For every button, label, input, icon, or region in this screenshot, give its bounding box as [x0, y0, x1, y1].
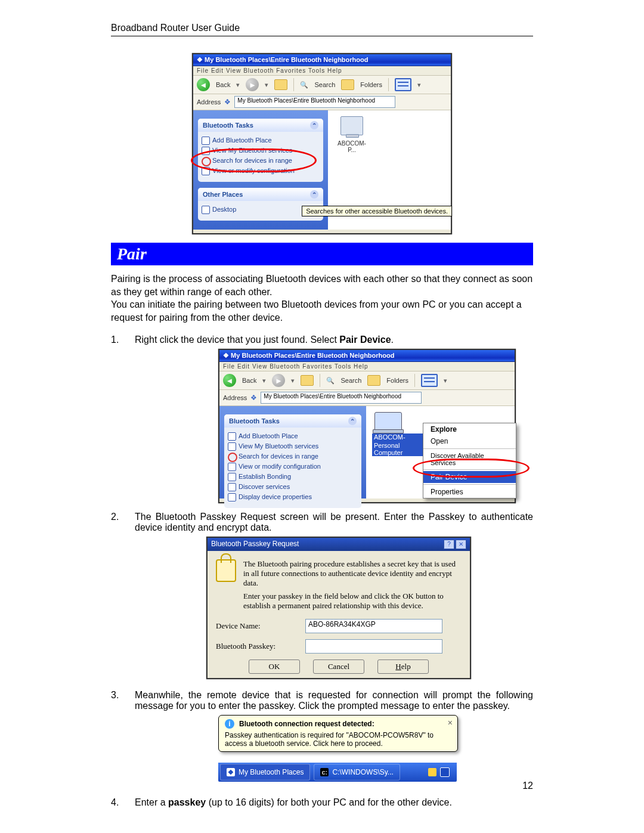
- window-title: ❖ My Bluetooth Places\Entire Bluetooth N…: [193, 54, 451, 66]
- sidebar-item-config[interactable]: View or modify configuration: [228, 462, 358, 472]
- cancel-button[interactable]: Cancel: [313, 659, 364, 674]
- balloon-text: Passkey authentication is required for "…: [225, 731, 451, 748]
- page-number: 12: [522, 781, 533, 791]
- bluetooth-tasks-panel: Bluetooth Tasks ⌃ Add Bluetooth Place Vi…: [224, 414, 361, 508]
- search-label: Search: [340, 377, 361, 384]
- bluetooth-icon: ❖: [227, 768, 235, 776]
- address-icon: ❖: [224, 98, 231, 106]
- search-label: Search: [314, 81, 335, 88]
- title-text: My Bluetooth Places\Entire Bluetooth Nei…: [205, 56, 368, 63]
- panel-header: Bluetooth Tasks: [203, 122, 253, 129]
- step-4: 4. Enter a passkey (up to 16 digits) for…: [111, 797, 533, 808]
- system-tray: [421, 767, 457, 777]
- taskbar-item-bluetooth[interactable]: ❖ My Bluetooth Places: [220, 764, 310, 781]
- device-icon[interactable]: [340, 116, 363, 135]
- step-number: 3.: [111, 690, 135, 711]
- address-field[interactable]: My Bluetooth Places\Entire Bluetooth Nei…: [261, 392, 422, 404]
- views-button[interactable]: [421, 374, 438, 387]
- title-text: Bluetooth Passkey Request: [211, 540, 299, 549]
- sidebar-item-view[interactable]: View My Bluetooth services: [202, 145, 320, 156]
- dialog-p1: The Bluetooth pairing procedure establis…: [243, 559, 462, 588]
- up-button[interactable]: [274, 79, 287, 90]
- close-icon[interactable]: ✕: [456, 540, 466, 549]
- lock-icon: [216, 559, 236, 582]
- up-button[interactable]: [301, 375, 314, 386]
- title-text: My Bluetooth Places\Entire Bluetooth Nei…: [231, 352, 394, 359]
- taskbar: ❖ My Bluetooth Places c: C:\WINDOWS\Sy..…: [218, 763, 457, 782]
- ctx-discover[interactable]: Discover Available Services: [423, 450, 516, 468]
- taskbar-item-cmd[interactable]: c: C:\WINDOWS\Sy...: [314, 764, 400, 781]
- context-menu: Explore Open Discover Available Services…: [423, 423, 516, 498]
- section-heading-pair: Pair: [111, 243, 533, 265]
- page-header: Broadband Router User Guide: [111, 23, 533, 33]
- folders-label: Folders: [386, 377, 408, 384]
- menu-bar[interactable]: File Edit View Bluetooth Favorites Tools…: [193, 66, 451, 76]
- sidebar-item-props[interactable]: Display device properties: [228, 492, 358, 502]
- collapse-icon[interactable]: ⌃: [348, 417, 357, 425]
- ctx-pair-device[interactable]: Pair Device: [423, 471, 516, 483]
- sidebar: Bluetooth Tasks ⌃ Add Bluetooth Place Vi…: [219, 406, 366, 498]
- balloon-title: Bluetooth connection request detected:: [239, 720, 374, 728]
- help-icon[interactable]: ?: [444, 540, 454, 549]
- ctx-properties[interactable]: Properties: [423, 486, 516, 498]
- device-laptop-icon[interactable]: [374, 412, 402, 431]
- step-1: 1. Right click the device that you just …: [111, 335, 533, 345]
- sidebar-item-view[interactable]: View My Bluetooth services: [228, 441, 358, 451]
- content-area: ABOCOM-PCOW5R8V Personal Computer Explor…: [366, 406, 515, 498]
- balloon-close-icon[interactable]: ×: [448, 718, 453, 727]
- screenshot-pair-device-menu: ❖ My Bluetooth Places\Entire Bluetooth N…: [218, 349, 516, 503]
- notification-balloon[interactable]: × i Bluetooth connection request detecte…: [218, 715, 458, 752]
- help-button[interactable]: Help: [377, 659, 429, 674]
- sidebar-item-discover[interactable]: Discover services: [228, 482, 358, 492]
- tray-icon[interactable]: [428, 768, 436, 776]
- step-text: Meanwhile, the remote device that is req…: [135, 690, 533, 711]
- device-label-line2: Personal Computer: [372, 442, 426, 456]
- address-label: Address: [223, 394, 247, 401]
- bluetooth-logo-icon: ❖: [223, 352, 231, 359]
- header-rule: [111, 36, 533, 36]
- collapse-icon[interactable]: ⌃: [310, 190, 318, 199]
- sidebar-item-add[interactable]: Add Bluetooth Place: [228, 431, 358, 441]
- collapse-icon[interactable]: ⌃: [310, 121, 318, 129]
- folders-label: Folders: [360, 81, 382, 88]
- back-label: Back: [216, 81, 230, 88]
- folders-icon[interactable]: [367, 375, 380, 386]
- back-button[interactable]: ◄: [223, 374, 236, 387]
- passkey-field[interactable]: [305, 639, 442, 654]
- content-area: ABOCOM-P... Searches for other accessibl…: [328, 110, 451, 230]
- tooltip: Searches for other accessible Bluetooth …: [302, 206, 452, 216]
- panel-header: Bluetooth Tasks: [229, 417, 280, 425]
- sidebar-item-config[interactable]: View or modify configuration: [202, 166, 320, 176]
- step-text: The Bluetooth Passkey Request screen wil…: [135, 512, 533, 533]
- ok-button[interactable]: OK: [249, 659, 300, 674]
- views-button[interactable]: [395, 78, 411, 91]
- bluetooth-tasks-panel: Bluetooth Tasks ⌃ Add Bluetooth Place Vi…: [198, 119, 323, 182]
- intro-p1: Pairing is the process of associating Bl…: [111, 272, 533, 298]
- step-number: 2.: [111, 512, 135, 533]
- passkey-label: Bluetooth Passkey:: [216, 642, 305, 651]
- panel-header: Other Places: [203, 191, 243, 198]
- menu-bar[interactable]: File Edit View Bluetooth Favorites Tools…: [219, 362, 515, 371]
- sidebar-item-search[interactable]: Search for devices in range: [202, 156, 320, 166]
- sidebar-item-add[interactable]: Add Bluetooth Place: [202, 135, 320, 145]
- search-icon[interactable]: 🔍: [326, 377, 335, 385]
- intro-text: Pairing is the process of associating Bl…: [111, 272, 533, 324]
- sidebar-item-search[interactable]: Search for devices in range: [228, 451, 358, 462]
- info-icon: i: [225, 719, 234, 729]
- search-icon[interactable]: 🔍: [300, 81, 308, 89]
- device-name-label: Device Name:: [216, 621, 305, 631]
- address-field[interactable]: My Bluetooth Places\Entire Bluetooth Nei…: [234, 96, 395, 108]
- sidebar-item-bonding[interactable]: Establish Bonding: [228, 472, 358, 482]
- ctx-explore[interactable]: Explore: [423, 423, 516, 435]
- tray-bluetooth-icon[interactable]: [440, 767, 450, 777]
- screenshot-passkey-dialog: Bluetooth Passkey Request ?✕ The Bluetoo…: [206, 537, 471, 679]
- folders-icon[interactable]: [341, 79, 354, 90]
- ctx-open[interactable]: Open: [423, 435, 516, 447]
- device-name-field: ABO-86RA34K4XGP: [305, 619, 442, 633]
- address-label: Address: [197, 98, 221, 106]
- dialog-title: Bluetooth Passkey Request ?✕: [208, 538, 470, 551]
- back-button[interactable]: ◄: [197, 78, 210, 91]
- forward-button[interactable]: ►: [272, 374, 285, 387]
- forward-button[interactable]: ►: [246, 78, 259, 91]
- address-bar: Address ❖ My Bluetooth Places\Entire Blu…: [193, 94, 451, 110]
